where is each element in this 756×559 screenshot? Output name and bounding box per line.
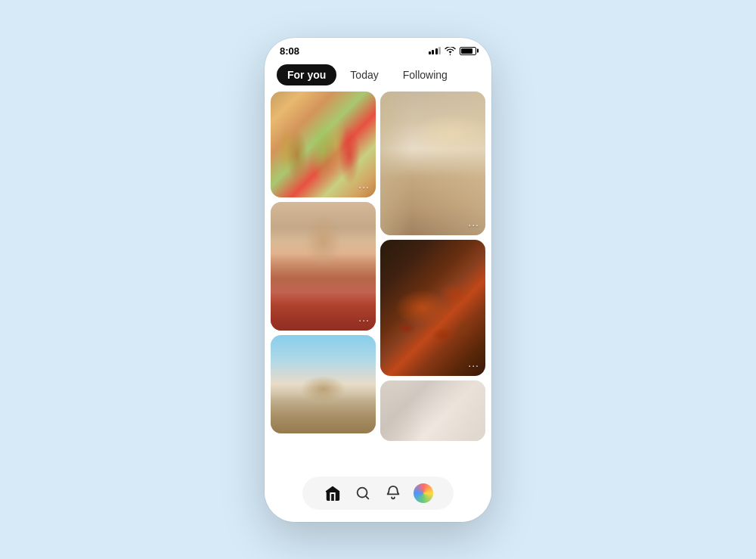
pin-col-left: ··· ···	[271, 92, 376, 464]
pin-card-chicken[interactable]: ···	[380, 240, 485, 376]
tab-for-you[interactable]: For you	[277, 64, 336, 85]
tab-bar: For you Today Following	[265, 60, 491, 92]
more-dots-woman[interactable]: ···	[358, 314, 370, 326]
content-area: ··· ··· ··· ···	[265, 92, 491, 470]
user-avatar	[414, 483, 433, 503]
pin-card-room[interactable]: ···	[380, 92, 485, 235]
profile-nav-button[interactable]	[413, 483, 434, 504]
tab-following[interactable]: Following	[392, 64, 458, 85]
wifi-icon	[445, 47, 456, 55]
more-dots-jars[interactable]: ···	[358, 181, 370, 193]
more-dots-room[interactable]: ···	[468, 219, 479, 231]
bell-nav-button[interactable]	[383, 483, 404, 504]
nav-pill	[302, 477, 454, 510]
bottom-nav	[265, 470, 491, 522]
status-bar: 8:08	[265, 38, 491, 60]
status-time: 8:08	[280, 45, 299, 57]
pin-card-jars[interactable]: ···	[271, 92, 376, 197]
svg-point-0	[450, 54, 451, 55]
search-nav-button[interactable]	[352, 483, 373, 504]
more-dots-chicken[interactable]: ···	[468, 359, 479, 371]
tab-today[interactable]: Today	[339, 64, 389, 85]
pin-card-patio[interactable]	[271, 335, 376, 433]
home-nav-button[interactable]	[322, 483, 343, 504]
status-icons	[429, 47, 477, 55]
phone-frame: 8:08 For you	[265, 38, 491, 522]
pin-card-interior[interactable]	[380, 380, 485, 441]
signal-icon	[429, 47, 442, 54]
pin-card-woman[interactable]: ···	[271, 202, 376, 331]
pin-grid: ··· ··· ··· ···	[265, 92, 491, 470]
svg-point-1	[358, 487, 367, 497]
pin-col-right: ··· ···	[380, 92, 485, 464]
battery-icon	[460, 47, 476, 55]
